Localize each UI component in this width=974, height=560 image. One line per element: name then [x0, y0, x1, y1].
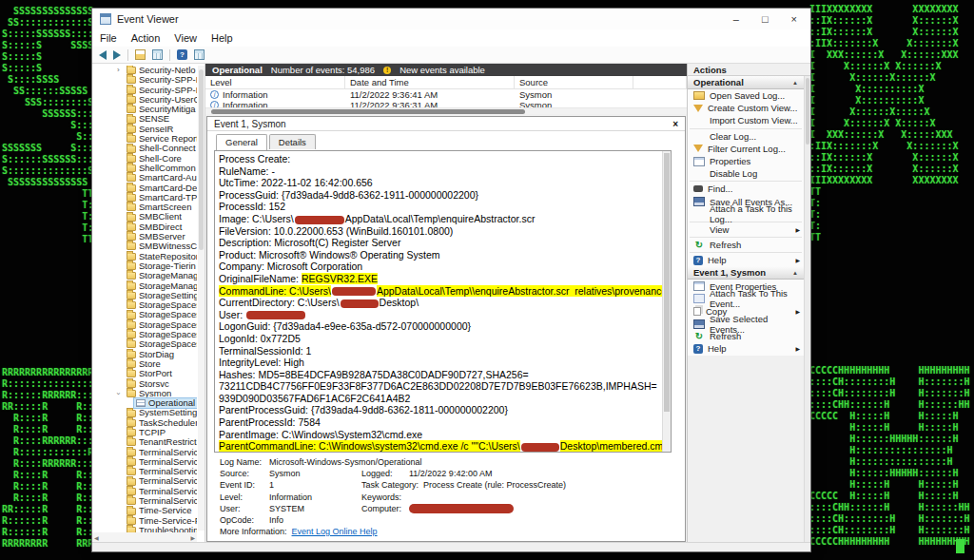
event-list-horizontal-scrollbar[interactable] [205, 107, 687, 114]
event-text-segment: LogonGuid: {7d39ada4-e9ee-635a-d572-0700… [219, 320, 471, 332]
tree-vertical-scrollbar[interactable] [198, 66, 205, 531]
scroll-right-icon[interactable]: ▶ [190, 534, 195, 541]
action-item-create-custom-view[interactable]: Create Custom View... [688, 102, 804, 114]
action-item-find[interactable]: Find... [688, 183, 804, 195]
help-icon[interactable] [177, 49, 187, 60]
menu-file[interactable]: File [100, 32, 117, 44]
action-item-label: Disable Log [710, 168, 757, 179]
event-text-segment: RuleName: - [219, 165, 275, 177]
action-item-label: Refresh [710, 331, 741, 341]
refresh-icon: ↻ [693, 331, 705, 341]
action-item-open-saved-log[interactable]: Open Saved Log... [688, 89, 804, 102]
event-text-line: Process Create: [219, 153, 659, 165]
action-item-refresh[interactable]: ↻Refresh [688, 239, 804, 251]
new-events-text: New events available [399, 65, 485, 75]
log-event-count: Number of events: 54,986 [271, 65, 375, 75]
action-item-label: Create Custom View... [708, 103, 797, 113]
event-text-segment: OriginalFileName: [219, 273, 302, 284]
folder-icon [127, 497, 136, 505]
minimize-button[interactable]: – [733, 14, 739, 25]
back-icon[interactable] [99, 50, 107, 60]
action-item-import-custom-view[interactable]: Import Custom View... [688, 114, 804, 126]
event-text-segment: Company: Microsoft Corporation [219, 261, 362, 272]
folder-icon [127, 429, 136, 436]
forward-icon[interactable] [113, 50, 121, 60]
action-item-label: Import Custom View... [710, 115, 798, 126]
tree-horizontal-scrollbar[interactable]: ◀ ▶ [92, 532, 197, 542]
action-item-save-selected-events[interactable]: Save Selected Events... [688, 318, 804, 330]
collapse-icon[interactable] [792, 80, 798, 86]
tab-details[interactable]: Details [269, 134, 316, 149]
tree-item[interactable]: Troubleshootin [92, 526, 197, 532]
action-item-help[interactable]: ?Help [688, 342, 804, 355]
menu-view[interactable]: View [174, 32, 197, 44]
event-text-segment: ParentCommandLine: C:\Windows\system32\c… [219, 440, 520, 452]
help-icon: ? [693, 256, 703, 265]
title-bar[interactable]: Event Viewer – □ × [92, 9, 810, 29]
show-console-tree-icon[interactable] [152, 49, 163, 60]
tree-item[interactable]: StorPort [92, 369, 197, 378]
show-action-pane-icon[interactable] [194, 49, 205, 60]
expander-icon[interactable] [117, 66, 125, 75]
event-description-box[interactable]: Process Create:RuleName: -UtcTime: 2022-… [214, 150, 672, 453]
action-item-properties[interactable]: Properties [688, 155, 804, 167]
event-row[interactable]: Information11/2/2022 9:36:41 AMSysmon [205, 89, 687, 100]
expander-icon[interactable] [117, 389, 125, 398]
actions-separator [690, 128, 802, 129]
column-date-time[interactable]: Date and Time [345, 76, 515, 88]
folder-icon [127, 301, 136, 309]
tree-item[interactable]: StorageManag [92, 271, 197, 280]
action-item-view[interactable]: View [688, 223, 804, 236]
event-row[interactable]: Information11/2/2022 9:36:31 AMSysmon [205, 100, 687, 107]
menu-action[interactable]: Action [131, 32, 161, 44]
toolbar-separator [127, 49, 128, 61]
action-item-clear-log[interactable]: Clear Log... [688, 130, 804, 143]
action-item-help[interactable]: ?Help [688, 254, 804, 266]
event-text: Process Create:RuleName: -UtcTime: 2022-… [219, 153, 659, 453]
actions-section-header[interactable]: Event 1, Sysmon [688, 266, 804, 280]
event-text-line: ProcessGuid: {7d39ada4-9dd8-6362-1911-00… [219, 189, 659, 202]
action-item-label: Help [708, 343, 727, 354]
column-source[interactable]: Source [515, 76, 633, 88]
event-text-line: Hashes: MD5=8BE4DCFA9B928A75DA38C0DADF90… [219, 369, 659, 381]
event-text-segment: ParentProcessGuid: {7d39ada4-9dd8-6362-1… [219, 404, 508, 415]
collapse-icon[interactable] [792, 270, 798, 276]
action-item-attach-task-to-this-event[interactable]: Attach Task To This Event... [688, 293, 804, 305]
tab-general[interactable]: General [216, 134, 267, 150]
action-item-attach-a-task-to-this-log[interactable]: Attach a Task To this Log... [688, 208, 804, 221]
event-text-line: UtcTime: 2022-11-02 16:42:00.656 [219, 177, 659, 189]
event-level-text: Information [223, 89, 268, 100]
column-level[interactable]: Level [205, 76, 345, 88]
folder-icon [127, 312, 136, 319]
action-item-label: Filter Current Log... [708, 144, 786, 154]
field-value: Information [269, 492, 312, 503]
event-log-online-help-link[interactable]: Event Log Online Help [292, 526, 378, 537]
event-text-line: LogonGuid: {7d39ada4-e9ee-635a-d572-0700… [219, 320, 659, 333]
properties-icon [693, 281, 705, 291]
event-text-line: ProcessId: 152 [219, 201, 659, 213]
scroll-left-icon[interactable]: ◀ [94, 534, 99, 541]
submenu-arrow-icon [795, 226, 800, 233]
menu-help[interactable]: Help [211, 32, 233, 44]
field-row: Level:Information [220, 492, 360, 503]
folder-icon [127, 76, 136, 84]
action-item-filter-current-log[interactable]: Filter Current Log... [688, 143, 804, 155]
folder-icon [127, 262, 136, 270]
action-item-label: Open Saved Log... [710, 90, 785, 101]
event-text-line: Description: Microsoft(C) Register Serve… [219, 237, 659, 249]
action-item-disable-log[interactable]: Disable Log [688, 167, 804, 180]
close-button[interactable]: × [791, 14, 797, 25]
field-label: Level: [220, 492, 269, 503]
event-text-vertical-scrollbar[interactable] [662, 151, 671, 452]
actions-section-header[interactable]: Operational [688, 76, 804, 89]
actions-vertical-scrollbar[interactable] [804, 76, 810, 542]
folder-icon [127, 233, 136, 241]
event-text-line: Product: Microsoft® Windows® Operating S… [219, 249, 659, 261]
maximize-button[interactable]: □ [762, 14, 769, 25]
event-text-segment: IntegrityLevel: High [219, 357, 304, 368]
event-text-line: Image: C:\Users\AppData\Local\Temp\enqui… [219, 213, 659, 225]
folder-icon [127, 106, 136, 113]
folder-icon [127, 380, 136, 388]
export-log-icon[interactable] [135, 49, 146, 60]
detail-close-icon[interactable]: × [672, 119, 678, 129]
